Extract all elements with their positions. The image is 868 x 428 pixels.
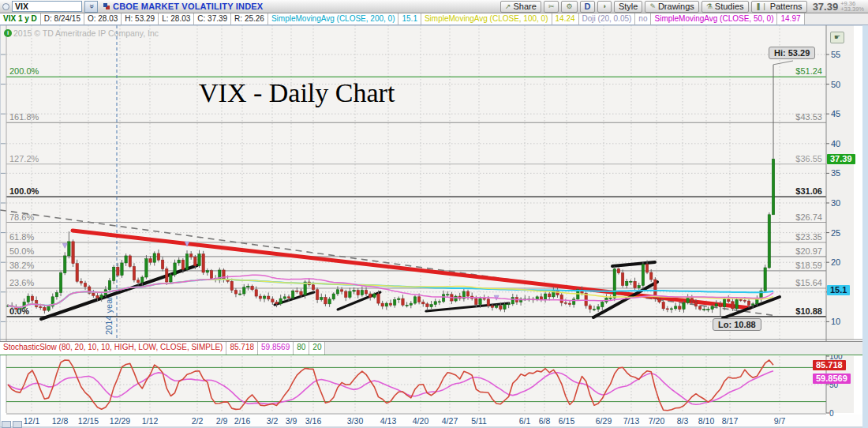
fib-price-label: $20.97 [795,246,822,256]
fib-label: 100.0% [9,186,39,196]
timeframe-button[interactable]: D [580,1,596,13]
stoch-tick-label: 0 [829,409,834,418]
change-percent: +33.39% [840,6,864,13]
patterns-label: Patterns [770,2,803,11]
readout-cell: O: 28.03 [84,13,122,24]
high-annotation-badge: Hi: 53.29 [769,47,815,59]
readout-cell: VIX 1 y D [0,13,41,24]
tools-button[interactable]: ✂ [544,1,559,13]
price-tick-label: 35 [831,168,840,178]
stoch-readout-cell[interactable]: StochasticSlow (80, 20, 10, 10, HIGH, LO… [0,342,226,355]
readout-cell: D: 8/24/15 [41,13,84,24]
window-bullet-icon [2,3,9,10]
readout-cell[interactable]: 14.24 [552,13,579,24]
instrument-title: CBOE MARKET VOLATILITY INDEX [113,2,263,11]
date-tick-label: 3/16 [305,416,322,426]
price-tick-label: 50 [831,80,840,89]
readout-cell[interactable]: 14.97 [777,13,804,24]
share-button[interactable]: ↗Share [500,1,541,13]
stoch-k-axis-badge: 85.718 [813,360,846,370]
chart-canvas: 200.0%$51.24161.8%$43.53127.2%$36.55100.… [0,0,868,428]
symbol-input[interactable]: VIX [12,1,82,12]
timeline-corner-buttons[interactable] [2,421,22,428]
stoch-readout-cell[interactable]: 59.8569 [258,342,294,355]
price-tick-label: 25 [831,228,840,238]
date-tick-label: 4/27 [442,416,458,426]
date-tick-label: 4/20 [413,416,429,426]
fib-label: 161.8% [9,112,39,122]
date-tick-label: 8/10 [698,416,715,426]
studies-button[interactable]: ⚗Studies [702,1,749,13]
date-tick-label: 5/11 [471,416,487,426]
date-tick-label: 2/9 [216,416,228,426]
price-tick-label: 20 [831,257,840,267]
drawings-button[interactable]: ✎Drawings [645,1,698,13]
date-tick-label: 2/2 [192,416,204,426]
symbol-dropdown-button[interactable]: » [84,1,98,13]
readout-cell[interactable]: no [635,13,651,24]
price-tick-label: 30 [831,198,840,208]
fib-price-label: $18.59 [795,261,822,270]
date-tick-label: 4/13 [380,416,397,426]
price-change: +9.36+33.39% [840,1,864,13]
patterns-icon: ❚❘ [756,2,768,10]
price-tick-label: 45 [831,109,840,118]
date-tick-label: 8/17 [722,416,739,426]
alerts-button[interactable]: ◗ [597,1,611,13]
date-tick-label: 1/12 [142,416,159,426]
wrench-icon: ⚙ [566,2,572,10]
readout-cell: H: 53.29 [122,13,159,24]
fib-label: 38.2% [9,261,34,270]
pencil-icon: ✎ [649,2,656,10]
fib-price-label: $51.24 [795,66,822,76]
chevron-down-icon: » [87,4,96,9]
price-tick-label: 55 [831,50,840,59]
readout-cell: L: 28.03 [159,13,194,24]
fib-price-label: $26.74 [795,212,822,222]
date-tick-label: 6/8 [539,416,551,426]
patterns-button[interactable]: ❚❘Patterns [751,1,807,13]
readout-cell[interactable]: SimpleMovingAvg (CLOSE, 200, 0) [268,13,399,24]
stoch-readout-cell[interactable]: 20 [309,342,325,355]
date-tick-label: 8/3 [677,416,689,426]
fib-label: 50.0% [9,246,34,256]
share-icon: ↗ [505,2,511,10]
fib-label: 127.2% [9,154,39,163]
main-chart-plot[interactable] [6,25,826,340]
chart-title-annotation: VIX - Daily Chart [199,78,395,108]
sma200-axis-badge: 15.1 [827,285,850,295]
settings-button[interactable]: ⚙ [561,1,577,13]
readout-cell[interactable]: SimpleMovingAvg (CLOSE, 100, 0) [421,13,552,24]
date-tick-label: 12/1 [24,416,40,426]
stoch-d-axis-badge: 59.8569 [813,374,851,384]
readout-cell[interactable]: Doji (20, 0.05) [579,13,636,24]
fib-price-label: $23.35 [795,232,822,242]
readout-cell: R: 25.26 [231,13,268,24]
share-label: Share [514,2,537,11]
date-tick-label: 7/13 [623,416,640,426]
flask-icon: ⚗ [706,2,713,10]
stochastic-plot[interactable] [6,356,826,413]
link-icon [103,3,107,7]
date-tick-label: 6/1 [519,416,531,426]
readout-cell[interactable]: SimpleMovingAvg (CLOSE, 50, 0) [651,13,777,24]
date-tick-label: 3/30 [347,416,364,426]
date-tick-label: 7/20 [649,416,665,426]
stoch-readout-cell[interactable]: 85.718 [226,342,258,355]
toolbar-buttons: ↗Share ✂ ⚙ D ◗ Style ✎Drawings ⚗Studies … [500,1,866,13]
last-price: 37.39 [813,1,839,13]
readout-cell: C: 37.39 [194,13,231,24]
fib-label: 61.8% [9,232,34,242]
stoch-readout-cell[interactable]: 80 [294,342,309,355]
style-button[interactable]: Style [614,1,642,13]
last-price-axis-badge: 37.39 [827,154,855,164]
megaphone-icon: ◗ [602,2,606,10]
fib-price-label: $15.64 [795,278,822,287]
chart-window: 200.0%$51.24161.8%$43.53127.2%$36.55100.… [0,0,868,428]
hand-cursor-icon[interactable]: ☛ [830,32,844,43]
readout-cell[interactable]: 15.1 [398,13,421,24]
drawings-label: Drawings [658,2,694,11]
date-tick-label: 12/15 [78,416,99,426]
info-icon[interactable]: i [4,29,12,37]
fib-price-label: $31.06 [795,186,822,196]
